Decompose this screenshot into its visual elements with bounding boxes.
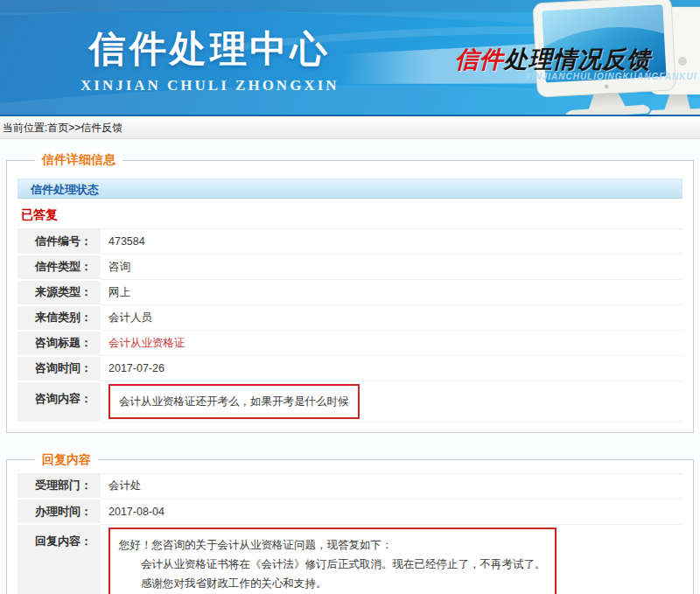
- row-label: 回复内容：: [18, 524, 101, 594]
- breadcrumb-prefix: 当前位置:: [3, 122, 47, 134]
- table-row: 咨询时间： 2017-07-26: [18, 356, 682, 381]
- reply-line: 您好！您咨询的关于会计从业资格证问题，现答复如下：: [119, 535, 546, 555]
- row-label: 咨询时间：: [18, 356, 101, 381]
- row-value: 2017-08-04: [101, 499, 682, 524]
- row-value: 会计从业资格证还开考么，如果开考是什么时候: [101, 381, 682, 423]
- inquiry-content-annotation-box: 会计从业资格证还开考么，如果开考是什么时候: [108, 384, 360, 419]
- table-row: 信件类型： 咨询: [18, 255, 682, 280]
- row-value: 2017-07-26: [101, 356, 682, 381]
- banner-slogan: 信件处理情况反馈: [455, 44, 651, 75]
- inquiry-title-value: 会计从业资格证: [108, 337, 186, 349]
- letter-detail-panel: 信件详细信息 信件处理状态 已答复 信件编号： 473584 信件类型： 咨询 …: [6, 152, 694, 433]
- slogan-rest: 处理情况反馈: [504, 46, 651, 73]
- site-banner: 信件处理中心 XINJIAN CHULI ZHONGXIN 信件处理情况反馈 X…: [0, 0, 700, 116]
- breadcrumb-home-link[interactable]: 首页: [47, 122, 68, 134]
- reply-line: 感谢您对我省财政工作的关心和支持。: [119, 574, 546, 593]
- table-row: 来信类别： 会计人员: [18, 305, 682, 331]
- reply-line: 会计从业资格证书将在《会计法》修订后正式取消。现在已经停止了，不再考试了。: [119, 555, 546, 574]
- reply-info-table: 受理部门： 会计处 办理时间： 2017-08-04 回复内容： 您好！您咨询的…: [18, 473, 682, 594]
- row-value: 您好！您咨询的关于会计从业资格证问题，现答复如下： 会计从业资格证书将在《会计法…: [101, 524, 682, 594]
- slogan-highlight: 信件: [455, 46, 504, 73]
- reply-panel: 回复内容 受理部门： 会计处 办理时间： 2017-08-04 回复内容： 您好…: [6, 452, 694, 594]
- row-label: 来信类别：: [18, 305, 101, 331]
- row-label: 咨询标题：: [18, 331, 101, 356]
- breadcrumb: 当前位置:首页>>信件反馈: [0, 116, 700, 139]
- row-label: 咨询内容：: [18, 381, 101, 423]
- status-bar-title: 信件处理状态: [31, 183, 99, 196]
- row-value: 会计处: [101, 473, 682, 499]
- letter-info-table: 信件编号： 473584 信件类型： 咨询 来源类型： 网上 来信类别： 会计人…: [18, 228, 682, 423]
- row-value: 网上: [101, 280, 682, 305]
- site-subtitle: XINJIAN CHULI ZHONGXIN: [80, 77, 340, 94]
- banner-title-block: 信件处理中心 XINJIAN CHULI ZHONGXIN: [80, 24, 340, 94]
- row-label: 办理时间：: [18, 499, 101, 524]
- table-row: 来源类型： 网上: [18, 280, 682, 305]
- row-value: 会计从业资格证: [101, 331, 682, 356]
- banner-watermark: XINJIANCHULIQINGKUANGFANKUI: [525, 72, 696, 81]
- inquiry-content-text: 会计从业资格证还开考么，如果开考是什么时候: [119, 395, 349, 408]
- table-row: 受理部门： 会计处: [18, 473, 682, 499]
- row-label: 受理部门：: [18, 473, 101, 499]
- status-section-bar: 信件处理状态: [18, 178, 682, 199]
- row-value: 咨询: [101, 255, 682, 280]
- table-row: 回复内容： 您好！您咨询的关于会计从业资格证问题，现答复如下： 会计从业资格证书…: [18, 524, 682, 594]
- row-value: 473584: [101, 229, 682, 255]
- table-row: 信件编号： 473584: [18, 229, 682, 255]
- row-label: 信件类型：: [18, 255, 101, 280]
- table-row: 咨询内容： 会计从业资格证还开考么，如果开考是什么时候: [18, 381, 682, 423]
- row-value: 会计人员: [101, 305, 682, 331]
- main-content: 信件详细信息 信件处理状态 已答复 信件编号： 473584 信件类型： 咨询 …: [0, 139, 700, 594]
- reply-content-annotation-box: 您好！您咨询的关于会计从业资格证问题，现答复如下： 会计从业资格证书将在《会计法…: [108, 528, 556, 594]
- table-row: 办理时间： 2017-08-04: [18, 499, 682, 524]
- letter-detail-legend: 信件详细信息: [35, 152, 122, 168]
- status-value: 已答复: [21, 207, 682, 223]
- row-label: 来源类型：: [18, 280, 101, 305]
- table-row: 咨询标题： 会计从业资格证: [18, 331, 682, 356]
- site-title: 信件处理中心: [80, 24, 340, 73]
- breadcrumb-separator: >>: [68, 122, 80, 134]
- breadcrumb-current: 信件反馈: [80, 122, 122, 134]
- row-label: 信件编号：: [18, 229, 101, 255]
- reply-legend: 回复内容: [35, 452, 98, 468]
